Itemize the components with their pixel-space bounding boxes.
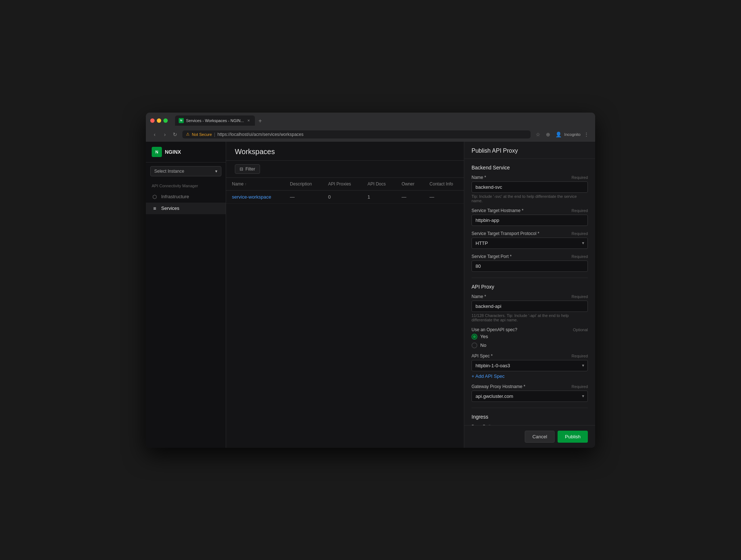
service-target-protocol-select-wrapper: HTTP HTTPS ▾ bbox=[472, 238, 588, 249]
active-tab[interactable]: N Services - Workspaces - NGIN... ✕ bbox=[175, 115, 255, 126]
service-target-protocol-label: Service Target Transport Protocol * bbox=[472, 231, 539, 236]
service-target-hostname-input[interactable] bbox=[472, 215, 588, 226]
radio-no[interactable]: No bbox=[472, 342, 588, 348]
filter-button[interactable]: ⊟ Filter bbox=[235, 164, 260, 174]
workspaces-table: Name ↑ Description API Proxies API Docs … bbox=[226, 178, 464, 204]
col-owner: Owner bbox=[396, 178, 424, 191]
sidebar-item-services[interactable]: ≡ Services bbox=[146, 203, 226, 214]
browser-actions: ☆ ⊕ 👤 Incognito ⋮ bbox=[534, 130, 591, 139]
logo-text: NGINX bbox=[165, 149, 181, 155]
url-display: https://localhost/ui/acm/services/worksp… bbox=[217, 132, 303, 137]
menu-button[interactable]: ⋮ bbox=[582, 130, 591, 139]
cancel-button[interactable]: Cancel bbox=[525, 431, 555, 443]
new-tab-button[interactable]: + bbox=[256, 116, 265, 126]
not-secure-label: Not Secure bbox=[192, 132, 212, 137]
col-name: Name ↑ bbox=[226, 178, 284, 191]
gateway-proxy-hostname-label: Gateway Proxy Hostname * bbox=[472, 384, 525, 389]
add-api-spec-label: + Add API Spec bbox=[472, 373, 505, 379]
workspace-link[interactable]: service-workspace bbox=[232, 194, 271, 200]
filter-icon: ⊟ bbox=[240, 167, 243, 172]
service-target-port-label-row: Service Target Port * Required bbox=[472, 254, 588, 259]
service-target-protocol-label-row: Service Target Transport Protocol * Requ… bbox=[472, 231, 588, 236]
address-bar[interactable]: ⚠ Not Secure | https://localhost/ui/acm/… bbox=[182, 130, 531, 138]
section-divider-2 bbox=[472, 408, 588, 408]
sidebar-instance-select[interactable]: Select Instance ▾ bbox=[150, 166, 221, 176]
radio-yes[interactable]: Yes bbox=[472, 334, 588, 340]
page-title: Workspaces bbox=[235, 148, 455, 156]
cell-api-proxies: 0 bbox=[322, 190, 362, 203]
extension-button[interactable]: ⊕ bbox=[544, 130, 552, 139]
service-target-hostname-required: Required bbox=[571, 208, 588, 213]
reload-button[interactable]: ↻ bbox=[171, 130, 179, 139]
back-button[interactable]: ‹ bbox=[150, 130, 159, 139]
cell-contact-info: — bbox=[424, 190, 464, 203]
service-target-hostname-group: Service Target Hostname * Required bbox=[472, 208, 588, 226]
api-spec-label: API Spec * bbox=[472, 353, 493, 359]
col-api-proxies: API Proxies bbox=[322, 178, 362, 191]
gateway-proxy-hostname-required: Required bbox=[571, 384, 588, 389]
tab-close-button[interactable]: ✕ bbox=[246, 118, 251, 123]
api-spec-required: Required bbox=[571, 354, 588, 358]
bookmark-button[interactable]: ☆ bbox=[534, 130, 542, 139]
backend-name-label-row: Name * Required bbox=[472, 175, 588, 180]
service-target-protocol-group: Service Target Transport Protocol * Requ… bbox=[472, 231, 588, 249]
use-openapi-spec-group: Use an OpenAPI spec? Optional Yes No bbox=[472, 327, 588, 348]
tab-favicon: N bbox=[179, 118, 184, 123]
minimize-traffic-light[interactable] bbox=[157, 118, 161, 123]
col-description: Description bbox=[284, 178, 322, 191]
main-content: Workspaces ⊟ Filter Name ↑ bbox=[226, 142, 464, 448]
forward-button[interactable]: › bbox=[160, 130, 169, 139]
api-proxy-name-required: Required bbox=[571, 294, 588, 299]
gateway-proxy-hostname-label-row: Gateway Proxy Hostname * Required bbox=[472, 384, 588, 389]
api-proxy-name-label: Name * bbox=[472, 294, 486, 299]
close-traffic-light[interactable] bbox=[150, 118, 155, 123]
api-spec-group: API Spec * Required httpbin-1-0-oas3 ▾ +… bbox=[472, 353, 588, 379]
add-api-spec-link[interactable]: + Add API Spec bbox=[472, 373, 588, 379]
use-openapi-spec-label-row: Use an OpenAPI spec? Optional bbox=[472, 327, 588, 332]
section-divider-1 bbox=[472, 278, 588, 278]
profile-button[interactable]: 👤 bbox=[554, 130, 563, 139]
toolbar: ⊟ Filter bbox=[226, 161, 464, 178]
radio-no-button[interactable] bbox=[472, 342, 477, 348]
service-target-port-group: Service Target Port * Required bbox=[472, 254, 588, 272]
gateway-proxy-hostname-select-wrapper: api.gwcluster.com ▾ bbox=[472, 391, 588, 402]
maximize-traffic-light[interactable] bbox=[163, 118, 168, 123]
security-icon: ⚠ bbox=[186, 132, 190, 137]
right-panel: Publish API Proxy Backend Service Name *… bbox=[464, 142, 595, 448]
use-openapi-spec-radio-group: Yes No bbox=[472, 334, 588, 348]
address-bar-row: ‹ › ↻ ⚠ Not Secure | https://localhost/u… bbox=[150, 129, 591, 142]
sidebar-item-label-services: Services bbox=[161, 205, 179, 211]
api-proxy-name-input[interactable] bbox=[472, 301, 588, 312]
api-spec-select[interactable]: httpbin-1-0-oas3 bbox=[472, 360, 588, 371]
api-proxy-name-hint: 11/128 Characters. Tip: Include '-api' a… bbox=[472, 313, 588, 322]
api-proxy-heading: API Proxy bbox=[472, 284, 588, 290]
gateway-proxy-hostname-select[interactable]: api.gwcluster.com bbox=[472, 391, 588, 402]
services-icon: ≡ bbox=[152, 205, 158, 211]
backend-service-heading: Backend Service bbox=[472, 165, 588, 171]
api-spec-label-row: API Spec * Required bbox=[472, 353, 588, 359]
service-target-protocol-required: Required bbox=[571, 231, 588, 236]
use-openapi-spec-optional: Optional bbox=[573, 328, 588, 332]
sidebar-select-label: Select Instance bbox=[154, 169, 184, 174]
table-row: service-workspace — 0 1 — — bbox=[226, 190, 464, 203]
app-label: API Connectivity Manager bbox=[146, 180, 226, 189]
sidebar-section: ⬡ Infrastructure ≡ Services bbox=[146, 189, 226, 216]
table-body: service-workspace — 0 1 — — bbox=[226, 190, 464, 203]
backend-name-input[interactable] bbox=[472, 181, 588, 193]
panel-header: Publish API Proxy bbox=[464, 142, 595, 159]
service-target-protocol-select[interactable]: HTTP HTTPS bbox=[472, 238, 588, 249]
cell-description: — bbox=[284, 190, 322, 203]
sidebar-item-label-infrastructure: Infrastructure bbox=[161, 194, 189, 199]
table-container: Name ↑ Description API Proxies API Docs … bbox=[226, 178, 464, 448]
page-header: Workspaces bbox=[226, 142, 464, 161]
nav-buttons: ‹ › ↻ bbox=[150, 130, 179, 139]
sidebar-item-infrastructure[interactable]: ⬡ Infrastructure bbox=[146, 191, 226, 203]
service-target-port-input[interactable] bbox=[472, 261, 588, 272]
sort-arrow-name: ↑ bbox=[245, 182, 247, 186]
publish-button[interactable]: Publish bbox=[558, 431, 588, 443]
radio-yes-button[interactable] bbox=[472, 334, 477, 340]
backend-name-hint: Tip: Include '-svc' at the end to help d… bbox=[472, 194, 588, 203]
tab-title: Services - Workspaces - NGIN... bbox=[186, 118, 244, 123]
infrastructure-icon: ⬡ bbox=[152, 194, 158, 200]
table-header: Name ↑ Description API Proxies API Docs … bbox=[226, 178, 464, 191]
